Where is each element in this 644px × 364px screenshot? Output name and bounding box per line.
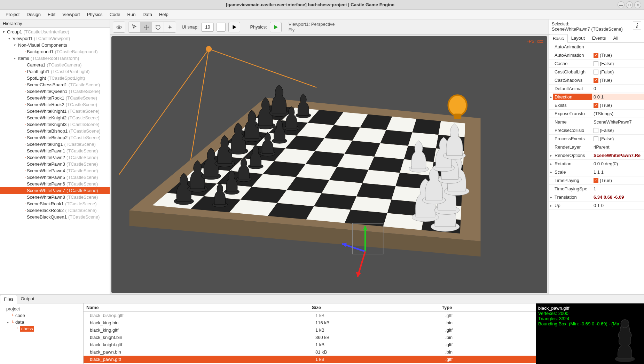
hierarchy-item[interactable]: └Camera1 (TCastleCamera) bbox=[0, 62, 110, 68]
hierarchy-item[interactable]: └SceneBlackRook2 (TCastleScene) bbox=[0, 207, 110, 214]
hierarchy-item[interactable]: └SceneWhiteKnight3 (TCastleScene) bbox=[0, 121, 110, 128]
property-grid[interactable]: AutoAnimationAutoAnimation✓(True)Cache(F… bbox=[549, 43, 644, 294]
property-row[interactable]: ▸Translation6.34 0.68 -6.09 bbox=[549, 193, 644, 201]
hierarchy-item[interactable]: └SceneWhiteQueen1 (TCastleScene) bbox=[0, 88, 110, 95]
property-row[interactable]: ExposeTransfo(TStrings) bbox=[549, 110, 644, 118]
property-row[interactable]: ProcessEvents(False) bbox=[549, 135, 644, 143]
folder-item[interactable]: └ chess bbox=[2, 325, 81, 332]
hierarchy-item[interactable]: ▾Items (TCastleRootTransform) bbox=[0, 55, 110, 62]
inspector-tab-basic[interactable]: Basic bbox=[549, 34, 568, 43]
hierarchy-item[interactable]: └SceneWhitePawn4 (TCastleScene) bbox=[0, 167, 110, 174]
file-row[interactable]: black_knight.bin360 kB.bin bbox=[84, 334, 536, 341]
menu-code[interactable]: Code bbox=[107, 10, 123, 18]
hierarchy-item[interactable]: └SceneWhitePawn7 (TCastleScene) bbox=[0, 187, 110, 194]
file-row[interactable]: black_king.bin116 kB.bin bbox=[84, 319, 536, 326]
menu-viewport[interactable]: Viewport bbox=[60, 10, 83, 18]
scale-tool-button[interactable] bbox=[164, 22, 176, 32]
menu-physics[interactable]: Physics bbox=[84, 10, 105, 18]
folder-item[interactable]: └ code bbox=[2, 312, 81, 319]
inspector-tab-layout[interactable]: Layout bbox=[568, 34, 589, 42]
property-row[interactable]: RenderLayerrlParent bbox=[549, 143, 644, 151]
hierarchy-item[interactable]: └SceneWhitePawn3 (TCastleScene) bbox=[0, 161, 110, 167]
window-minimize-button[interactable]: — bbox=[618, 1, 625, 8]
move-tool-button[interactable] bbox=[140, 22, 152, 32]
hierarchy-item[interactable]: └SceneBlackRook1 (TCastleScene) bbox=[0, 200, 110, 207]
file-row[interactable]: black_pawn.bin81 kB.bin bbox=[84, 348, 536, 356]
hierarchy-item[interactable]: ▾Viewport1 (TCastleViewport) bbox=[0, 35, 110, 42]
property-row[interactable]: CastGlobalLigh(False) bbox=[549, 68, 644, 76]
hierarchy-item[interactable]: └SceneBlackQueen1 (TCastleScene) bbox=[0, 214, 110, 220]
hierarchy-item[interactable]: ▾Non-Visual Components bbox=[0, 42, 110, 48]
ui-snap-input[interactable] bbox=[201, 23, 214, 32]
menu-help[interactable]: Help bbox=[156, 10, 171, 18]
file-table[interactable]: NameSizeType black_bishop.gltf1 kB.gltfb… bbox=[84, 303, 536, 364]
ui-snap-toggle[interactable] bbox=[217, 23, 226, 32]
property-row[interactable]: CastShadows✓(True) bbox=[549, 76, 644, 85]
file-column-header[interactable]: Type bbox=[439, 303, 536, 312]
folder-item[interactable]: project bbox=[2, 306, 81, 312]
svg-marker-54 bbox=[374, 143, 408, 159]
hierarchy-item[interactable]: └SceneWhitePawn8 (TCastleScene) bbox=[0, 194, 110, 200]
property-row[interactable]: ▸Rotation0 0 0 deg(0) bbox=[549, 160, 644, 168]
hierarchy-item[interactable]: └SceneWhiteBishop2 (TCastleScene) bbox=[0, 134, 110, 141]
hierarchy-item[interactable]: └SceneWhiteRook1 (TCastleScene) bbox=[0, 95, 110, 101]
hierarchy-item[interactable]: └SceneWhitePawn5 (TCastleScene) bbox=[0, 174, 110, 181]
file-row[interactable]: black_king.gltf1 kB.gltf bbox=[84, 326, 536, 334]
property-row[interactable]: AutoAnimation bbox=[549, 43, 644, 51]
file-row[interactable]: black_pawn.gltf1 kB.gltf bbox=[84, 356, 536, 363]
hierarchy-item[interactable]: └SceneWhitePawn6 (TCastleScene) bbox=[0, 181, 110, 187]
property-row[interactable]: ▸Up0 1 0 bbox=[549, 201, 644, 210]
property-row[interactable]: ▸Direction0 0 1 bbox=[549, 93, 644, 101]
property-row[interactable]: Cache(False) bbox=[549, 60, 644, 68]
file-column-header[interactable]: Name bbox=[84, 303, 309, 312]
property-row[interactable]: Exists✓(True) bbox=[549, 101, 644, 110]
folder-item[interactable]: ▾└ data bbox=[2, 319, 81, 325]
menu-edit[interactable]: Edit bbox=[45, 10, 58, 18]
play-button[interactable] bbox=[228, 22, 240, 32]
hierarchy-item[interactable]: └Background1 (TCastleBackground) bbox=[0, 48, 110, 55]
rotate-tool-button[interactable] bbox=[152, 22, 164, 32]
window-close-button[interactable]: × bbox=[634, 1, 641, 8]
hierarchy-item[interactable]: └PointLight1 (TCastlePointLight) bbox=[0, 68, 110, 75]
bottom-tab-output[interactable]: Output bbox=[17, 295, 38, 303]
inspector-panel: Selected: SceneWhitePawn7 (TCastleScene)… bbox=[549, 19, 644, 294]
toggle-visibility-button[interactable] bbox=[113, 22, 125, 32]
info-button[interactable]: i bbox=[633, 22, 641, 30]
window-maximize-button[interactable]: □ bbox=[626, 1, 633, 8]
file-column-header[interactable]: Size bbox=[309, 303, 439, 312]
file-row[interactable]: black_knight.gltf1 kB.gltf bbox=[84, 341, 536, 348]
property-row[interactable]: ▸RenderOptionsSceneWhitePawn7.Re bbox=[549, 151, 644, 160]
hierarchy-tree[interactable]: ▾Group1 (TCastleUserInterface)▾Viewport1… bbox=[0, 28, 110, 294]
hierarchy-item[interactable]: ▾Group1 (TCastleUserInterface) bbox=[0, 29, 110, 35]
hierarchy-item[interactable]: └SpotLight (TCastleSpotLight) bbox=[0, 75, 110, 81]
menu-design[interactable]: Design bbox=[24, 10, 43, 18]
property-row[interactable]: TimePlaying✓(True) bbox=[549, 176, 644, 185]
hierarchy-item[interactable]: └SceneWhiteBishop1 (TCastleScene) bbox=[0, 128, 110, 134]
hierarchy-item[interactable]: └SceneWhitePawn1 (TCastleScene) bbox=[0, 148, 110, 154]
folder-tree[interactable]: project└ code▾└ data└ chess bbox=[0, 303, 84, 364]
hierarchy-item[interactable]: └SceneWhiteKnight2 (TCastleScene) bbox=[0, 114, 110, 121]
hierarchy-item[interactable]: └SceneChessBoard1 (TCastleScene) bbox=[0, 81, 110, 88]
preview-name: black_pawn.gltf bbox=[538, 306, 642, 311]
viewport-3d[interactable]: FPS: xxx bbox=[111, 36, 547, 293]
inspector-tab-events[interactable]: Events bbox=[589, 34, 610, 42]
menu-run[interactable]: Run bbox=[125, 10, 139, 18]
hierarchy-item[interactable]: └SceneWhitePawn2 (TCastleScene) bbox=[0, 154, 110, 161]
menu-data[interactable]: Data bbox=[140, 10, 155, 18]
hierarchy-item[interactable]: └SceneWhiteKing1 (TCastleScene) bbox=[0, 141, 110, 148]
hierarchy-item[interactable]: └SceneWhiteRook2 (TCastleScene) bbox=[0, 101, 110, 108]
hierarchy-item[interactable]: └SceneWhiteKnight1 (TCastleScene) bbox=[0, 108, 110, 114]
property-row[interactable]: DefaultAnimat0 bbox=[549, 85, 644, 93]
property-row[interactable]: PreciseCollisio(False) bbox=[549, 126, 644, 135]
title-bar: [gameviewmain.castle-user-interface] bad… bbox=[0, 0, 644, 10]
bottom-tab-files[interactable]: Files bbox=[0, 295, 17, 303]
file-row[interactable]: black_bishop.gltf1 kB.gltf bbox=[84, 312, 536, 319]
property-row[interactable]: AutoAnimation✓(True) bbox=[549, 51, 644, 60]
menu-project[interactable]: Project bbox=[3, 10, 22, 18]
physics-play-button[interactable] bbox=[270, 22, 282, 32]
select-tool-button[interactable] bbox=[128, 22, 140, 32]
property-row[interactable]: NameSceneWhitePawn7 bbox=[549, 118, 644, 126]
inspector-tab-all[interactable]: All bbox=[610, 34, 622, 42]
property-row[interactable]: ▸Scale1 1 1 bbox=[549, 168, 644, 176]
property-row[interactable]: TimePlayingSpe1 bbox=[549, 185, 644, 193]
